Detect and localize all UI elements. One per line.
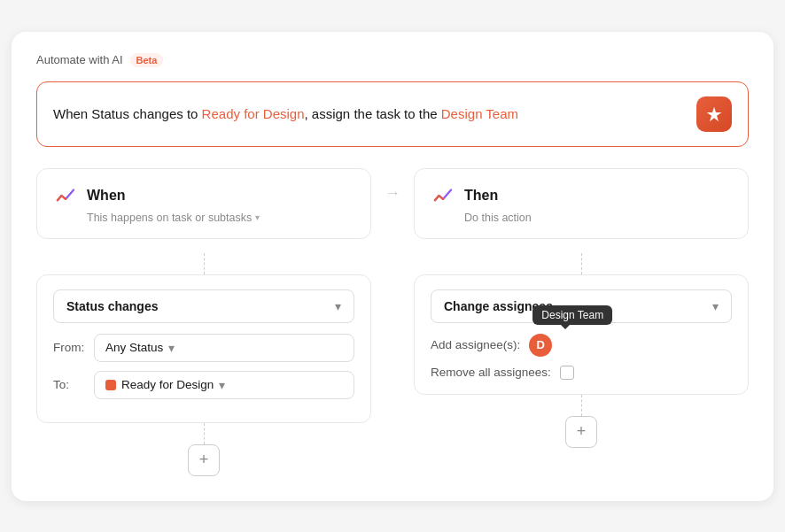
- then-action-card: Change assignees ▾ Add assignee(s): Desi…: [414, 274, 749, 395]
- change-assignees-label: Change assignees: [444, 299, 553, 313]
- design-team-avatar[interactable]: D: [529, 334, 552, 357]
- when-card: When This happens on task or subtasks ▾: [36, 168, 371, 239]
- from-chevron: ▾: [168, 341, 175, 355]
- to-chevron: ▾: [219, 378, 225, 392]
- add-assignee-row: Add assignee(s): Design Team D: [431, 334, 732, 357]
- when-subtitle-chevron: ▾: [255, 212, 260, 222]
- prompt-text-middle: , assign the task to the: [305, 106, 441, 121]
- status-changes-label: Status changes: [66, 299, 158, 313]
- sections-row: Status changes ▾ From: Any Status ▾ To: …: [36, 253, 749, 476]
- remove-assignees-checkbox[interactable]: [560, 366, 574, 380]
- to-label: To:: [53, 378, 85, 391]
- from-field-row: From: Any Status ▾: [53, 334, 354, 362]
- clickup-logo-then: [431, 184, 455, 207]
- from-value-dropdown[interactable]: Any Status ▾: [94, 334, 354, 362]
- workflow-row: When This happens on task or subtasks ▾ …: [36, 168, 749, 239]
- automate-label: Automate with AI: [36, 53, 123, 66]
- change-assignees-chevron: ▾: [712, 299, 719, 313]
- to-value-text: Ready for Design: [121, 378, 214, 391]
- status-dot: [105, 380, 116, 390]
- when-subtitle[interactable]: This happens on task or subtasks ▾: [87, 212, 354, 224]
- when-dashed-top: [204, 253, 205, 274]
- then-card: Then Do this action: [414, 168, 749, 239]
- remove-assignees-label: Remove all assignees:: [431, 366, 551, 379]
- arrow-connector: →: [371, 168, 414, 203]
- when-action-card: Status changes ▾ From: Any Status ▾ To: …: [36, 274, 371, 423]
- when-dashed-bottom: [204, 423, 205, 444]
- from-value-text: Any Status: [105, 341, 163, 354]
- remove-assignees-row: Remove all assignees:: [431, 366, 732, 380]
- prompt-box: When Status changes to Ready for Design,…: [36, 81, 749, 147]
- change-assignees-dropdown[interactable]: Change assignees ▾: [431, 289, 732, 323]
- then-add-button[interactable]: +: [565, 416, 597, 448]
- ai-button[interactable]: [696, 96, 732, 132]
- header-row: Automate with AI Beta: [36, 53, 749, 67]
- when-card-header: When: [53, 183, 354, 208]
- when-card-icon: [53, 183, 78, 208]
- prompt-highlight1: Ready for Design: [202, 106, 305, 121]
- to-field-row: To: Ready for Design ▾: [53, 371, 354, 399]
- then-card-icon: [431, 183, 455, 208]
- main-container: Automate with AI Beta When Status change…: [12, 32, 773, 501]
- prompt-highlight2: Design Team: [441, 106, 518, 121]
- to-value-dropdown[interactable]: Ready for Design ▾: [94, 371, 354, 399]
- when-title: When: [87, 188, 126, 204]
- then-section-col: Change assignees ▾ Add assignee(s): Desi…: [414, 253, 749, 448]
- add-assignee-label: Add assignee(s):: [431, 338, 520, 351]
- sparkle-icon: [705, 105, 723, 123]
- then-title: Then: [464, 188, 498, 204]
- beta-badge: Beta: [130, 53, 164, 67]
- prompt-text-before: When Status changes to: [53, 106, 202, 121]
- avatar-wrapper: Design Team D: [529, 334, 552, 357]
- status-changes-dropdown[interactable]: Status changes ▾: [53, 289, 354, 323]
- then-dashed-top: [581, 253, 582, 274]
- prompt-text: When Status changes to Ready for Design,…: [53, 104, 686, 123]
- status-changes-chevron: ▾: [335, 299, 341, 313]
- then-subtitle: Do this action: [464, 212, 732, 224]
- when-add-button[interactable]: +: [188, 444, 220, 476]
- then-card-header: Then: [431, 183, 732, 208]
- then-dashed-bottom: [581, 395, 582, 416]
- when-section-col: Status changes ▾ From: Any Status ▾ To: …: [36, 253, 371, 476]
- clickup-logo-when: [54, 184, 77, 207]
- from-label: From:: [53, 341, 85, 354]
